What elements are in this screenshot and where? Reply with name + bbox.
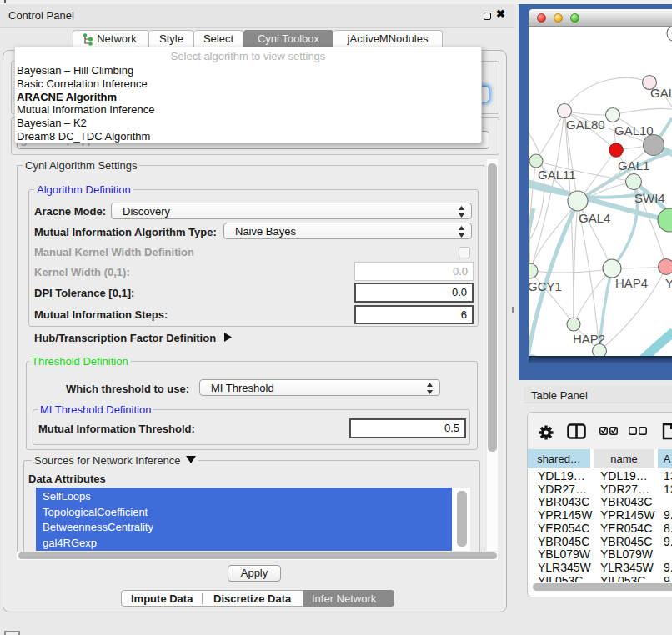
svg-text:GAL4: GAL4 (579, 211, 610, 225)
svg-text:HAP2: HAP2 (573, 332, 605, 346)
svg-text:GAL: GAL (650, 86, 672, 100)
svg-text:GCY1: GCY1 (529, 279, 562, 293)
svg-text:HAP4: HAP4 (615, 276, 648, 290)
svg-text:GAL10: GAL10 (614, 123, 654, 138)
svg-text:GAL11: GAL11 (538, 168, 576, 182)
svg-text:GAL80: GAL80 (566, 118, 605, 132)
svg-text:SWI4: SWI4 (634, 191, 665, 205)
svg-text:GAL1: GAL1 (618, 158, 649, 172)
svg-text:Y: Y (665, 276, 672, 290)
